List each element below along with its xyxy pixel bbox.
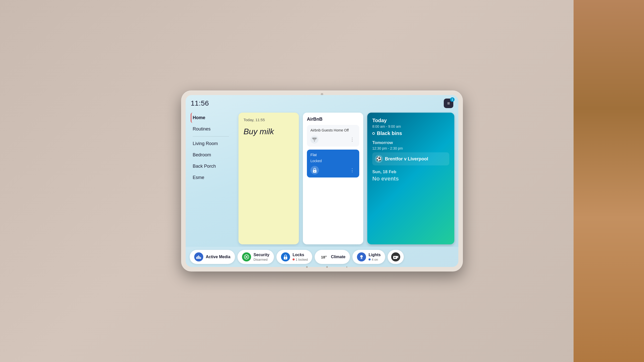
note-date: Today, 11:55 [244, 118, 294, 122]
wifi-icon[interactable] [310, 135, 318, 144]
calendar-tomorrow-section: Tomorrow 12:30 pm - 2:30 pm ⚽ Brentfor v… [372, 140, 449, 165]
lights-pill[interactable]: Lights 4 on [352, 250, 385, 264]
camera-icon [391, 252, 400, 261]
sidebar-item-esme[interactable]: Esme [191, 172, 231, 183]
svg-rect-6 [200, 257, 201, 259]
climate-text-group: Climate [331, 255, 345, 259]
svg-point-10 [360, 255, 363, 258]
main-content: Home Routines Living Room Bedroom Back P… [186, 110, 458, 247]
tablet-frame: 11:56 ≡ 1 Home Routines Living Room Bedr… [181, 90, 463, 272]
locks-dot [293, 258, 295, 260]
airbnb-device-row: Airbnb Guests Home Off [307, 125, 359, 147]
cameras-pill[interactable] [388, 250, 404, 264]
lock-icon-button[interactable] [310, 166, 319, 174]
note-text: Buy milk [244, 126, 294, 137]
media-icon [194, 252, 203, 261]
climate-label: Climate [331, 255, 345, 259]
calendar-today-event: Black bins [372, 130, 449, 136]
airbnb-more-button[interactable]: ⋮ [349, 136, 356, 143]
svg-rect-2 [196, 257, 197, 259]
flat-device-name: Flat [310, 153, 356, 157]
climate-icon: 18° [319, 252, 328, 261]
sport-icon: ⚽ [375, 155, 383, 163]
screen: 11:56 ≡ 1 Home Routines Living Room Bedr… [186, 95, 458, 267]
security-icon [242, 252, 251, 261]
locks-pill[interactable]: Locks 1 locked [276, 250, 312, 264]
locks-sub-text: 1 locked [296, 258, 308, 261]
flat-lock-status: Locked [310, 159, 356, 163]
media-text-group: Active Media [206, 255, 230, 259]
flat-lock-actions: ⋮ [310, 166, 356, 174]
lights-sub: 4 on [369, 258, 381, 261]
lights-dot [369, 258, 371, 260]
lights-icon [357, 252, 366, 261]
media-label: Active Media [206, 255, 230, 259]
lights-sub-text: 4 on [372, 258, 378, 261]
flat-more-button[interactable]: ⋮ [349, 167, 356, 174]
airbnb-device-name: Airbnb Guests Home Off [310, 128, 349, 132]
security-sub: Disarmed [254, 258, 269, 261]
wall-background: 11:56 ≡ 1 Home Routines Living Room Bedr… [0, 0, 644, 362]
notification-icon: ≡ [447, 101, 450, 106]
svg-rect-5 [199, 256, 200, 259]
locks-icon [281, 252, 290, 261]
airbnb-device-info: Airbnb Guests Home Off [310, 128, 356, 132]
calendar-today-label: Today [372, 118, 449, 123]
svg-rect-3 [197, 256, 198, 259]
sport-event-text: Brentfor v Liverpool [385, 156, 428, 162]
lights-text-group: Lights 4 on [369, 253, 381, 261]
sidebar: Home Routines Living Room Bedroom Back P… [186, 110, 236, 247]
today-event-text: Black bins [377, 130, 402, 136]
calendar-tomorrow-label: Tomorrow [372, 140, 449, 145]
notification-button[interactable]: ≡ 1 [444, 99, 453, 108]
bottom-bar: Active Media Security Disarmed [186, 247, 458, 267]
svg-point-9 [285, 258, 286, 259]
sidebar-divider [193, 136, 229, 137]
sidebar-item-living-room[interactable]: Living Room [191, 139, 231, 149]
active-media-pill[interactable]: Active Media [190, 250, 235, 264]
notification-badge: 1 [450, 97, 455, 102]
calendar-today-time: 8:00 am - 9:00 am [372, 124, 449, 128]
calendar-sport-event: ⚽ Brentfor v Liverpool [372, 152, 449, 165]
time-display: 11:56 [191, 99, 209, 107]
locks-label: Locks [293, 253, 308, 257]
cards-area: Today, 11:55 Buy milk AirBnB Airbnb Gues… [236, 110, 458, 247]
svg-point-1 [314, 171, 315, 172]
security-text-group: Security Disarmed [254, 253, 269, 261]
note-card[interactable]: Today, 11:55 Buy milk [238, 113, 299, 244]
calendar-tomorrow-time: 12:30 pm - 2:30 pm [372, 146, 449, 150]
calendar-no-events: No events [372, 175, 449, 182]
airbnb-title: AirBnB [307, 117, 359, 122]
locks-sub: 1 locked [293, 258, 308, 261]
airbnb-device-actions: ⋮ [310, 135, 356, 144]
sidebar-item-home[interactable]: Home [191, 113, 231, 123]
locks-text-group: Locks 1 locked [293, 253, 308, 261]
flat-lock-row: Flat Locked ⋮ [307, 150, 359, 177]
sidebar-item-bedroom[interactable]: Bedroom [191, 150, 231, 160]
sidebar-item-back-porch[interactable]: Back Porch [191, 161, 231, 171]
security-label: Security [254, 253, 269, 257]
top-bar: 11:56 ≡ 1 [186, 95, 458, 110]
airbnb-card: AirBnB Airbnb Guests Home Off [303, 113, 363, 244]
calendar-sunday-section: Sun, 18 Feb No events [372, 169, 449, 182]
svg-point-12 [394, 257, 396, 258]
today-event-dot [372, 132, 375, 135]
lights-label: Lights [369, 253, 381, 257]
climate-temp: 18° [321, 255, 327, 259]
calendar-card[interactable]: Today 8:00 am - 9:00 am Black bins Tomor… [367, 113, 454, 244]
svg-rect-4 [198, 255, 199, 259]
calendar-sunday-label: Sun, 18 Feb [372, 169, 449, 174]
climate-pill[interactable]: 18° Climate [315, 250, 350, 264]
sidebar-item-routines[interactable]: Routines [191, 124, 231, 134]
security-pill[interactable]: Security Disarmed [237, 250, 274, 264]
